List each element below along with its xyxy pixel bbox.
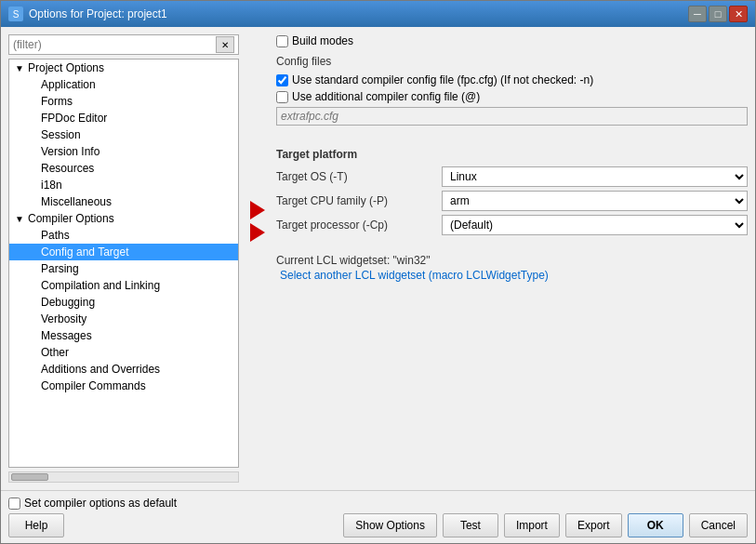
build-modes-row: Build modes xyxy=(276,34,748,47)
additional-config-row xyxy=(276,107,748,126)
ok-button[interactable]: OK xyxy=(628,513,683,537)
lcl-section: Current LCL widgetset: "win32" Select an… xyxy=(276,254,748,282)
tree-label-i18n: i18n xyxy=(41,179,62,192)
target-cpu-label: Target CPU family (-P) xyxy=(276,194,434,207)
content-area: ✕ ▼ Project Options Application Forms xyxy=(1,27,755,543)
build-modes-checkbox[interactable] xyxy=(276,35,288,47)
tree-item-compiler-commands[interactable]: Compiler Commands xyxy=(9,378,238,394)
expand-icon-compiler-options: ▼ xyxy=(13,212,26,225)
tree-label-parsing: Parsing xyxy=(41,262,79,275)
target-cpu-select[interactable]: arm x86_64 i386 aarch64 xyxy=(442,191,748,211)
left-button-group: Help xyxy=(8,513,64,537)
tree-item-i18n[interactable]: i18n xyxy=(9,177,238,193)
test-button[interactable]: Test xyxy=(443,513,498,537)
target-platform-title: Target platform xyxy=(276,148,748,161)
expand-icon-application xyxy=(26,78,39,91)
right-panel: Build modes Config files Use standard co… xyxy=(276,34,748,483)
filter-input[interactable] xyxy=(13,38,216,51)
use-additional-text: Use additional compiler config file (@) xyxy=(292,90,480,103)
tree-item-application[interactable]: Application xyxy=(9,76,238,93)
tree-item-messages[interactable]: Messages xyxy=(9,327,238,344)
button-row: Help Show Options Test Import Export OK … xyxy=(8,513,748,537)
tree-item-project-options[interactable]: ▼ Project Options xyxy=(9,60,238,76)
maximize-button[interactable]: □ xyxy=(709,6,727,22)
build-modes-label: Build modes xyxy=(292,34,353,47)
close-button[interactable]: ✕ xyxy=(729,6,748,22)
tree-item-resources[interactable]: Resources xyxy=(9,160,238,177)
filter-clear-button[interactable]: ✕ xyxy=(216,36,234,53)
target-processor-row: Target processor (-Cp) (Default) xyxy=(276,215,748,235)
tree-item-config-and-target[interactable]: Config and Target xyxy=(9,244,238,260)
tree-item-fpdoc-editor[interactable]: FPDoc Editor xyxy=(9,110,238,126)
tree-label-debugging: Debugging xyxy=(41,296,95,309)
tree-item-session[interactable]: Session xyxy=(9,126,238,143)
use-standard-checkbox[interactable] xyxy=(276,74,288,86)
titlebar-left: S Options for Project: project1 xyxy=(8,7,167,21)
tree-label-resources: Resources xyxy=(41,162,94,175)
export-button[interactable]: Export xyxy=(565,513,622,537)
tree-item-paths[interactable]: Paths xyxy=(9,227,238,244)
target-os-label: Target OS (-T) xyxy=(276,170,434,183)
tree-label-project-options: Project Options xyxy=(28,61,104,74)
expand-icon-project-options: ▼ xyxy=(13,61,26,74)
tree-label-miscellaneous: Miscellaneous xyxy=(41,195,112,208)
use-standard-label[interactable]: Use standard compiler config file (fpc.c… xyxy=(276,73,593,86)
left-panel: ✕ ▼ Project Options Application Forms xyxy=(8,34,239,483)
tree-item-debugging[interactable]: Debugging xyxy=(9,294,238,311)
tree-label-additions-and-overrides: Additions and Overrides xyxy=(41,363,160,376)
main-content: ✕ ▼ Project Options Application Forms xyxy=(1,27,755,490)
use-standard-text: Use standard compiler config file (fpc.c… xyxy=(292,73,593,86)
tree-item-compilation-and-linking[interactable]: Compilation and Linking xyxy=(9,277,238,294)
set-default-label[interactable]: Set compiler options as default xyxy=(8,497,177,510)
tree-item-version-info[interactable]: Version Info xyxy=(9,143,238,160)
help-button[interactable]: Help xyxy=(8,513,64,537)
horizontal-scrollbar[interactable] xyxy=(8,471,239,483)
lcl-widgetset-link[interactable]: Select another LCL widgetset (macro LCLW… xyxy=(276,269,748,282)
set-default-row: Set compiler options as default xyxy=(8,497,748,510)
target-os-row: Target OS (-T) Linux Windows Darwin Free… xyxy=(276,166,748,187)
build-modes-checkbox-label[interactable]: Build modes xyxy=(276,34,353,47)
target-os-select[interactable]: Linux Windows Darwin FreeBSD xyxy=(442,166,748,187)
red-arrow-top[interactable] xyxy=(250,201,265,219)
titlebar: S Options for Project: project1 ─ □ ✕ xyxy=(1,1,755,27)
red-arrow-bottom[interactable] xyxy=(250,223,265,242)
filter-box: ✕ xyxy=(8,34,239,55)
config-files-title: Config files xyxy=(276,55,748,68)
app-icon: S xyxy=(8,7,23,21)
target-platform-section: Target platform Target OS (-T) Linux Win… xyxy=(276,144,748,239)
main-window: S Options for Project: project1 ─ □ ✕ ✕ … xyxy=(0,0,756,544)
tree-label-other: Other xyxy=(41,346,69,359)
use-standard-row: Use standard compiler config file (fpc.c… xyxy=(276,73,748,86)
minimize-button[interactable]: ─ xyxy=(688,6,707,22)
tree-item-compiler-options[interactable]: ▼ Compiler Options xyxy=(9,210,238,227)
window-title: Options for Project: project1 xyxy=(29,7,167,20)
tree-label-messages: Messages xyxy=(41,329,92,342)
lcl-widgetset-label: Current LCL widgetset: "win32" xyxy=(276,254,431,267)
scrollbar-thumb[interactable] xyxy=(11,473,48,481)
set-default-checkbox[interactable] xyxy=(8,498,20,510)
use-additional-row: Use additional compiler config file (@) xyxy=(276,90,748,103)
show-options-button[interactable]: Show Options xyxy=(343,513,437,537)
tree-item-other[interactable]: Other xyxy=(9,344,238,361)
config-files-section: Config files Use standard compiler confi… xyxy=(276,55,748,129)
tree-item-forms[interactable]: Forms xyxy=(9,93,238,110)
import-button[interactable]: Import xyxy=(504,513,560,537)
use-additional-checkbox[interactable] xyxy=(276,91,288,103)
target-processor-label: Target processor (-Cp) xyxy=(276,219,434,232)
use-additional-label[interactable]: Use additional compiler config file (@) xyxy=(276,90,480,103)
tree-item-miscellaneous[interactable]: Miscellaneous xyxy=(9,193,238,210)
tree-label-fpdoc-editor: FPDoc Editor xyxy=(41,112,107,125)
arrows-column xyxy=(246,27,269,483)
tree-label-compiler-commands: Compiler Commands xyxy=(41,379,146,392)
tree-container: ▼ Project Options Application Forms FPDo… xyxy=(8,59,239,468)
tree-label-config-and-target: Config and Target xyxy=(41,245,129,259)
cancel-button[interactable]: Cancel xyxy=(689,513,748,537)
tree-item-parsing[interactable]: Parsing xyxy=(9,260,238,277)
tree-label-forms: Forms xyxy=(41,95,73,108)
tree-item-additions-and-overrides[interactable]: Additions and Overrides xyxy=(9,361,238,378)
tree-item-verbosity[interactable]: Verbosity xyxy=(9,311,238,327)
right-button-group: Show Options Test Import Export OK Cance… xyxy=(343,513,748,537)
tree-label-session: Session xyxy=(41,128,81,141)
target-processor-select[interactable]: (Default) xyxy=(442,215,748,235)
additional-config-input[interactable] xyxy=(276,107,748,126)
